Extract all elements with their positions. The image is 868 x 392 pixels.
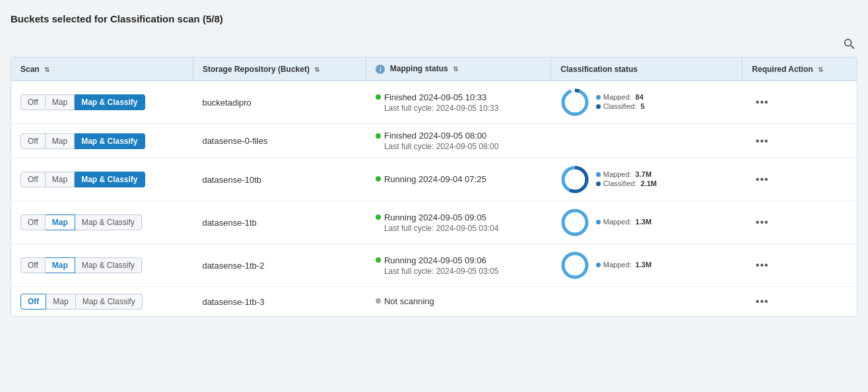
bucket-name-cell: datasense-1tb-3 bbox=[193, 287, 366, 317]
mapping-sublabel: Last full cycle: 2024-09-05 10:33 bbox=[376, 104, 542, 113]
more-actions-button[interactable]: ••• bbox=[752, 95, 773, 110]
col-bucket[interactable]: Storage Repository (Bucket) ⇅ bbox=[193, 57, 366, 81]
status-dot bbox=[376, 176, 381, 181]
svg-point-0 bbox=[845, 40, 851, 46]
mapping-status-cell: Running 2024-09-05 09:05 Last full cycle… bbox=[366, 201, 551, 244]
donut-legend: Mapped:1.3M bbox=[596, 261, 651, 270]
more-actions-button[interactable]: ••• bbox=[752, 258, 773, 273]
search-button[interactable] bbox=[840, 35, 857, 54]
col-action[interactable]: Required Action ⇅ bbox=[743, 57, 857, 81]
mapping-info-icon: i bbox=[376, 65, 385, 74]
table-row: Off Map Map & Classify datasense-1tb-2 R… bbox=[11, 244, 857, 287]
bucket-name-cell: datasense-1tb-2 bbox=[193, 244, 366, 287]
donut-chart bbox=[560, 208, 589, 237]
map-classify-button[interactable]: Map & Classify bbox=[75, 214, 142, 230]
donut-chart bbox=[560, 251, 589, 280]
classification-cell: Mapped:3.7MClassified:2.1M bbox=[560, 165, 733, 194]
classification-cell: Mapped:84Classified:5 bbox=[560, 88, 733, 117]
col-mapping[interactable]: i Mapping status ⇅ bbox=[366, 57, 551, 81]
col-scan[interactable]: Scan ⇅ bbox=[11, 57, 193, 81]
map-classify-button[interactable]: Map & Classify bbox=[76, 294, 143, 310]
mapped-dot bbox=[596, 95, 601, 100]
donut-legend: Mapped:3.7MClassified:2.1M bbox=[596, 170, 657, 189]
mapped-dot bbox=[596, 263, 601, 267]
donut-chart bbox=[560, 165, 589, 194]
off-button[interactable]: Off bbox=[20, 94, 46, 110]
mapping-status-text: Finished 2024-09-05 10:33 bbox=[384, 92, 486, 102]
sort-icon-bucket: ⇅ bbox=[314, 66, 319, 73]
mapping-status-text: Running 2024-09-05 09:06 bbox=[384, 255, 486, 265]
classification-cell: Mapped:1.3M bbox=[560, 208, 733, 237]
svg-point-11 bbox=[563, 253, 587, 277]
map-button[interactable]: Map bbox=[46, 294, 75, 310]
map-button[interactable]: Map bbox=[46, 214, 75, 230]
map-classify-button[interactable]: Map & Classify bbox=[75, 172, 145, 187]
scan-toggle-group: Off Map Map & Classify bbox=[20, 257, 184, 273]
classification-cell-wrapper bbox=[551, 287, 743, 317]
mapping-status-cell: Finished 2024-09-05 08:00 Last full cycl… bbox=[366, 124, 551, 158]
mapping-status-cell: Not scanning bbox=[366, 287, 551, 317]
bucket-name: datasense-1tb-2 bbox=[202, 261, 264, 271]
map-button[interactable]: Map bbox=[46, 94, 75, 110]
more-actions-button[interactable]: ••• bbox=[752, 294, 773, 309]
scan-cell: Off Map Map & Classify bbox=[11, 201, 193, 244]
off-button[interactable]: Off bbox=[20, 133, 46, 149]
bucket-name: datasense-1tb-3 bbox=[202, 297, 264, 307]
scan-cell: Off Map Map & Classify bbox=[11, 81, 193, 124]
mapping-status-text: Not scanning bbox=[384, 296, 434, 306]
toolbar bbox=[11, 35, 857, 54]
page-title: Buckets selected for Classification scan… bbox=[11, 13, 857, 24]
classification-cell-wrapper: Mapped:3.7MClassified:2.1M bbox=[551, 158, 743, 201]
status-dot bbox=[376, 298, 381, 304]
map-classify-button[interactable]: Map & Classify bbox=[75, 133, 145, 149]
scan-toggle-group: Off Map Map & Classify bbox=[20, 94, 184, 110]
classified-dot bbox=[596, 104, 601, 109]
off-button[interactable]: Off bbox=[20, 172, 46, 187]
more-actions-button[interactable]: ••• bbox=[752, 215, 773, 230]
more-actions-button[interactable]: ••• bbox=[752, 134, 773, 148]
status-dot bbox=[376, 94, 381, 100]
bucket-name-cell: datasense-1tb bbox=[193, 201, 366, 244]
table-row: Off Map Map & Classify datasense-1tb Run… bbox=[11, 201, 857, 244]
donut-legend: Mapped:84Classified:5 bbox=[596, 93, 645, 112]
classification-cell-wrapper: Mapped:84Classified:5 bbox=[551, 81, 743, 124]
mapping-status-line: Finished 2024-09-05 10:33 bbox=[376, 92, 542, 102]
mapped-dot bbox=[596, 220, 601, 224]
more-actions-button[interactable]: ••• bbox=[752, 172, 773, 187]
scan-cell: Off Map Map & Classify bbox=[11, 158, 193, 201]
required-action-cell: ••• bbox=[743, 244, 857, 287]
map-button[interactable]: Map bbox=[46, 257, 75, 273]
svg-point-3 bbox=[563, 90, 587, 114]
classified-dot bbox=[596, 181, 601, 186]
mapping-sublabel: Last full cycle: 2024-09-05 08:00 bbox=[376, 142, 542, 151]
required-action-cell: ••• bbox=[743, 124, 857, 158]
table-row: Off Map Map & Classify datasense-10tb Ru… bbox=[11, 158, 857, 201]
data-table: Scan ⇅ Storage Repository (Bucket) ⇅ i M… bbox=[11, 57, 857, 316]
bucket-name-cell: datasense-0-files bbox=[193, 124, 366, 158]
scan-toggle-group: Off Map Map & Classify bbox=[20, 172, 184, 187]
scan-toggle-group: Off Map Map & Classify bbox=[20, 133, 184, 149]
map-classify-button[interactable]: Map & Classify bbox=[75, 94, 145, 110]
table-row: Off Map Map & Classify datasense-1tb-3 N… bbox=[11, 287, 857, 317]
donut-legend: Mapped:1.3M bbox=[596, 218, 651, 227]
donut-chart bbox=[560, 88, 589, 117]
bucket-name: datasense-1tb bbox=[202, 218, 256, 228]
mapping-status-line: Not scanning bbox=[376, 296, 542, 306]
required-action-cell: ••• bbox=[743, 201, 857, 244]
map-button[interactable]: Map bbox=[46, 133, 75, 149]
classification-cell-wrapper: Mapped:1.3M bbox=[551, 244, 743, 287]
mapping-status-text: Running 2024-09-05 09:05 bbox=[384, 212, 486, 222]
map-button[interactable]: Map bbox=[46, 172, 75, 187]
scan-cell: Off Map Map & Classify bbox=[11, 287, 193, 317]
map-classify-button[interactable]: Map & Classify bbox=[75, 257, 142, 273]
sort-icon-action: ⇅ bbox=[818, 66, 823, 73]
scan-toggle-group: Off Map Map & Classify bbox=[20, 214, 184, 230]
off-button[interactable]: Off bbox=[20, 257, 46, 273]
off-button[interactable]: Off bbox=[20, 294, 46, 310]
sort-icon-mapping: ⇅ bbox=[453, 65, 458, 73]
classification-cell-wrapper: Mapped:1.3M bbox=[551, 201, 743, 244]
status-dot bbox=[376, 257, 381, 263]
off-button[interactable]: Off bbox=[20, 214, 46, 230]
sort-icon-scan: ⇅ bbox=[44, 66, 50, 73]
bucket-name: datasense-10tb bbox=[202, 175, 261, 185]
